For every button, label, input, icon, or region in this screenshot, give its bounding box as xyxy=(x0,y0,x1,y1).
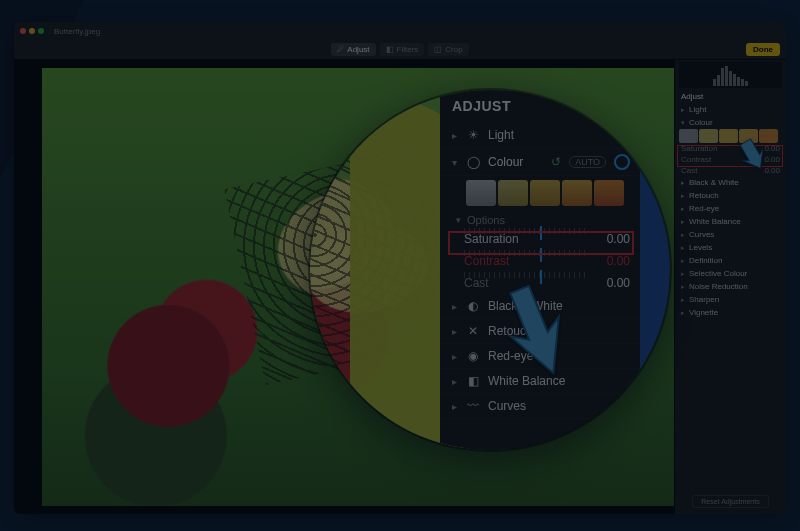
sun-icon: ☀ xyxy=(466,128,480,142)
row-vignette[interactable]: ▸Vignette xyxy=(675,306,786,319)
row-definition[interactable]: ▸Definition xyxy=(675,254,786,267)
chevron-right-icon: ▸ xyxy=(450,376,458,387)
tab-crop[interactable]: ◫ Crop xyxy=(428,43,468,56)
row-noise[interactable]: ▸Noise Reduction xyxy=(675,280,786,293)
document-title: Butterfly.jpeg xyxy=(54,27,100,36)
histogram xyxy=(679,62,782,88)
preset-thumb[interactable] xyxy=(699,129,718,143)
titlebar: Butterfly.jpeg xyxy=(14,22,786,40)
inspector-panel: Adjust ▸ Light ▾ Colour Saturation xyxy=(674,60,786,514)
annotation-arrow-large xyxy=(498,280,584,390)
undo-icon[interactable]: ↺ xyxy=(551,155,561,169)
bandage-icon: ✕ xyxy=(466,324,480,338)
slider-saturation[interactable]: Saturation 0.00 xyxy=(440,228,640,250)
chevron-right-icon: ▸ xyxy=(450,326,458,337)
eye-icon: ◉ xyxy=(466,349,480,363)
magnified-panel: ADJUST ▸ ☀ Light ▾ ◯ Colour ↺ AUTO xyxy=(440,90,640,450)
chevron-down-icon: ▾ xyxy=(681,119,685,127)
reset-ring-icon[interactable] xyxy=(614,154,630,170)
palette-icon: ◯ xyxy=(466,155,480,169)
chevron-right-icon: ▸ xyxy=(450,301,458,312)
preset-thumb[interactable] xyxy=(562,180,592,206)
sliders-icon: ☄ xyxy=(337,45,344,54)
close-icon[interactable] xyxy=(20,28,26,34)
row-wb[interactable]: ▸White Balance xyxy=(675,215,786,228)
row-redeye[interactable]: ▸Red-eye xyxy=(675,202,786,215)
annotation-arrow-small xyxy=(738,138,772,178)
row-colour-mag[interactable]: ▾ ◯ Colour ↺ AUTO xyxy=(440,149,640,176)
preset-thumb[interactable] xyxy=(594,180,624,206)
tab-filters[interactable]: ◧ Filters xyxy=(380,43,425,56)
chevron-right-icon: ▸ xyxy=(450,130,458,141)
colour-presets-mag[interactable] xyxy=(440,176,640,212)
section-adjust: Adjust xyxy=(675,90,786,103)
preset-thumb[interactable] xyxy=(719,129,738,143)
preset-thumb[interactable] xyxy=(679,129,698,143)
slider-knob[interactable] xyxy=(540,226,542,240)
preset-thumb[interactable] xyxy=(498,180,528,206)
chevron-down-icon: ▾ xyxy=(450,157,458,168)
row-retouch[interactable]: ▸Retouch xyxy=(675,189,786,202)
half-circle-icon: ◐ xyxy=(466,299,480,313)
row-levels[interactable]: ▸Levels xyxy=(675,241,786,254)
magnifier: ADJUST ▸ ☀ Light ▾ ◯ Colour ↺ AUTO xyxy=(310,90,670,450)
window-controls[interactable] xyxy=(20,28,44,34)
crop-icon: ◫ xyxy=(434,45,442,54)
zoom-icon[interactable] xyxy=(38,28,44,34)
filters-icon: ◧ xyxy=(386,45,394,54)
slider-contrast[interactable]: Contrast 0.00 xyxy=(440,250,640,272)
toolbar: ☄ Adjust ◧ Filters ◫ Crop Done xyxy=(14,40,786,60)
preset-thumb[interactable] xyxy=(466,180,496,206)
chevron-down-icon: ▾ xyxy=(456,215,461,225)
chevron-right-icon: ▸ xyxy=(450,351,458,362)
row-light[interactable]: ▸ Light xyxy=(675,103,786,116)
preset-thumb[interactable] xyxy=(530,180,560,206)
chevron-right-icon: ▸ xyxy=(450,401,458,412)
curves-icon: 〰 xyxy=(466,399,480,413)
wb-icon: ◧ xyxy=(466,374,480,388)
row-sharpen[interactable]: ▸Sharpen xyxy=(675,293,786,306)
minimize-icon[interactable] xyxy=(29,28,35,34)
row-selcolour[interactable]: ▸Selective Colour xyxy=(675,267,786,280)
row-colour[interactable]: ▾ Colour xyxy=(675,116,786,129)
tab-adjust[interactable]: ☄ Adjust xyxy=(331,43,375,56)
row-curves[interactable]: ▸Curves xyxy=(675,228,786,241)
chevron-right-icon: ▸ xyxy=(681,106,685,114)
slider-knob[interactable] xyxy=(540,248,542,262)
done-button[interactable]: Done xyxy=(746,43,780,56)
reset-button[interactable]: Reset Adjustments xyxy=(692,495,768,508)
panel-title: ADJUST xyxy=(452,98,511,114)
auto-button[interactable]: AUTO xyxy=(569,156,606,168)
